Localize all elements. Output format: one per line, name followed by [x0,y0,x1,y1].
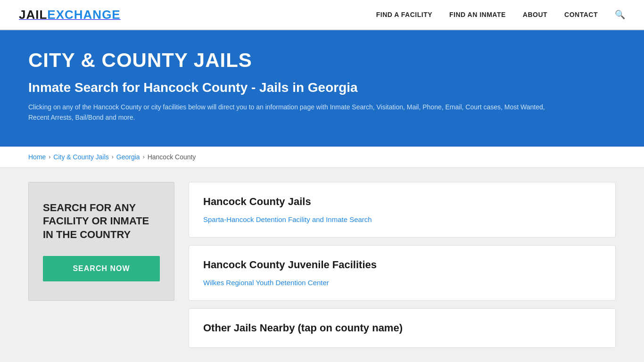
hero-section: CITY & COUNTY JAILS Inmate Search for Ha… [0,30,644,147]
nav-contact[interactable]: CONTACT [564,11,598,18]
search-widget: SEARCH FOR ANY FACILITY OR INMATE IN THE… [28,182,174,301]
county-jails-title: Hancock County Jails [203,196,601,208]
breadcrumb-sep-2: › [112,154,114,160]
nav-find-inmate[interactable]: FIND AN INMATE [449,11,506,18]
hero-description: Clicking on any of the Hancock County or… [28,102,547,123]
breadcrumb-sep-1: › [49,154,50,160]
site-header: JAILEXCHANGE FIND A FACILITY FIND AN INM… [0,0,644,30]
breadcrumb-georgia[interactable]: Georgia [116,153,140,161]
breadcrumb-city-county-jails[interactable]: City & County Jails [53,153,108,161]
breadcrumb: Home › City & County Jails › Georgia › H… [0,147,644,168]
facility-card-juvenile: Hancock County Juvenile Facilities Wilke… [189,245,616,301]
main-nav: FIND A FACILITY FIND AN INMATE ABOUT CON… [376,9,625,20]
juvenile-title: Hancock County Juvenile Facilities [203,259,601,271]
nav-find-facility[interactable]: FIND A FACILITY [376,11,432,18]
facility-card-nearby: Other Jails Nearby (tap on county name) [189,308,616,348]
breadcrumb-current: Hancock County [148,153,196,161]
sparta-hancock-link[interactable]: Sparta-Hancock Detention Facility and In… [203,215,372,223]
hero-subtitle: Inmate Search for Hancock County - Jails… [28,80,616,95]
main-content: SEARCH FOR ANY FACILITY OR INMATE IN THE… [0,168,644,362]
breadcrumb-sep-3: › [143,154,145,160]
search-icon[interactable]: 🔍 [615,9,625,20]
facility-card-county-jails: Hancock County Jails Sparta-Hancock Dete… [189,182,616,238]
logo[interactable]: JAILEXCHANGE [19,8,121,22]
search-widget-text: SEARCH FOR ANY FACILITY OR INMATE IN THE… [43,201,160,242]
wilkes-regional-link[interactable]: Wilkes Regional Youth Detention Center [203,279,329,287]
nav-about[interactable]: ABOUT [523,11,547,18]
right-panel: Hancock County Jails Sparta-Hancock Dete… [189,182,616,362]
hero-title: CITY & COUNTY JAILS [28,49,616,72]
search-now-button[interactable]: SEARCH NOW [43,256,160,281]
sidebar: SEARCH FOR ANY FACILITY OR INMATE IN THE… [28,182,174,362]
logo-jail: JAIL [19,8,47,22]
breadcrumb-home[interactable]: Home [28,153,46,161]
nearby-title: Other Jails Nearby (tap on county name) [203,322,601,334]
logo-exchange: EXCHANGE [47,8,120,22]
